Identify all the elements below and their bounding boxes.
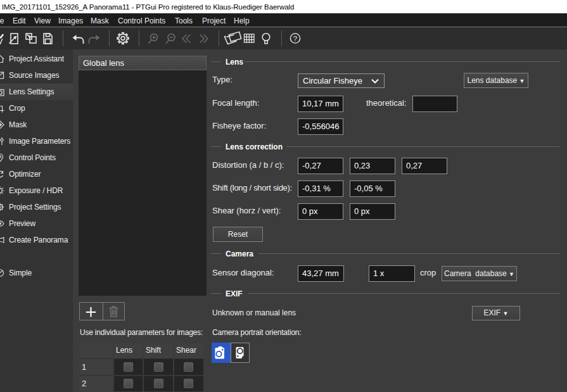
svg-text:?: ? [293,35,297,42]
